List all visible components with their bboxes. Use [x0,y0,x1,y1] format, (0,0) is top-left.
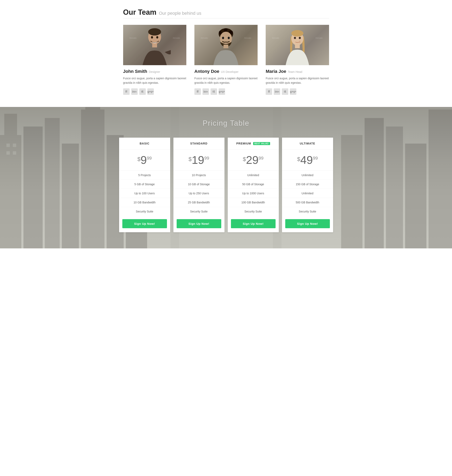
member-photo-maria: #envato #envato [266,25,329,65]
feature-ultimate-5: Security Suite [282,207,333,216]
plan-features-premium: Unlimited 50 GB of Storage Up to 1000 Us… [228,171,279,216]
feature-ultimate-3: Unlimited [282,189,333,198]
team-subtitle: Our people behind us [159,11,201,16]
member-bio-maria: Fusce orci augue, porta a sapien digniss… [266,76,329,85]
price-main-premium: $ 29 99 [243,154,263,166]
svg-rect-28 [62,143,79,248]
price-number-premium: 29 [246,154,258,166]
member-bio-john: Fusce orci augue, porta a sapien digniss… [123,76,186,85]
team-member-maria: #envato #envato Maria Joe Team Head Fusc… [266,25,329,95]
svg-rect-29 [81,109,104,248]
team-title: Our Team [123,8,156,17]
svg-rect-30 [85,107,100,114]
googleplus-icon-john[interactable]: g+ [147,88,154,95]
team-divider [123,18,329,18]
svg-rect-44 [13,151,16,155]
member-title-antony: UX Developer [221,70,239,73]
plan-header-standard: STANDARD [173,138,225,150]
price-main-basic: $ 9 99 [137,154,152,166]
member-name-row-antony: Antony Doe UX Developer [194,69,258,74]
svg-point-19 [299,37,301,39]
plan-name-standard: STANDARD [190,142,207,145]
twitter-icon-john[interactable]: t [139,88,146,95]
feature-ultimate-2: 150 GB of Storage [282,180,333,189]
dollar-sign-basic: $ [137,156,140,163]
dollar-sign-premium: $ [243,156,246,163]
pricing-card-premium: PREMIUM BEST VALUE! $ 29 99 Unlimited 50… [228,138,279,232]
member-title-john: Designer [149,70,160,73]
price-cents-basic: 99 [147,156,152,161]
team-heading: Our Team Our people behind us [123,8,329,17]
price-cents-standard: 99 [204,156,209,161]
price-main-standard: $ 19 99 [189,154,209,166]
twitter-icon-antony[interactable]: t [211,88,217,95]
price-block-basic: $ 9 99 [119,150,170,171]
dollar-sign-ultimate: $ [297,156,300,163]
svg-rect-42 [13,143,16,147]
pricing-card-ultimate: ULTIMATE $ 49 99 Unlimited 150 GB of Sto… [282,138,333,232]
dollar-sign-standard: $ [189,156,192,163]
plan-name-basic: BASIC [140,142,150,145]
signup-button-standard[interactable]: Sign Up Now! [177,219,221,228]
team-member-john: #envato #envato John Smith Designer Fusc… [123,25,186,95]
feature-basic-4: 10 GB Bandwidth [119,198,170,207]
plan-features-basic: 5 Projects 5 GB of Storage Up to 100 Use… [119,171,170,216]
feature-premium-2: 50 GB of Storage [228,180,279,189]
plan-name-ultimate: ULTIMATE [300,142,315,145]
facebook-icon-maria[interactable]: f [266,88,272,95]
googleplus-icon-maria[interactable]: g+ [290,88,296,95]
member-name-row-john: John Smith Designer [123,69,186,74]
price-number-ultimate: 49 [300,154,313,166]
feature-premium-1: Unlimited [228,171,279,180]
signup-button-ultimate[interactable]: Sign Up Now! [285,219,330,228]
price-number-standard: 19 [192,154,204,166]
feature-basic-2: 5 GB of Storage [119,180,170,189]
svg-rect-22 [295,45,300,48]
facebook-icon-antony[interactable]: f [194,88,201,95]
social-icons-maria: f in t g+ [266,88,329,95]
member-title-maria: Team Head [288,70,302,73]
pricing-section: Pricing Table BASIC $ 9 99 5 Projects 5 … [0,107,452,248]
googleplus-icon-antony[interactable]: g+ [219,88,225,95]
member-name-row-maria: Maria Joe Team Head [266,69,329,74]
svg-rect-43 [7,151,10,155]
plan-header-ultimate: ULTIMATE [282,138,333,150]
svg-rect-3 [152,43,157,47]
facebook-icon-john[interactable]: f [123,88,130,95]
svg-rect-27 [45,118,60,248]
svg-rect-24 [0,135,21,248]
plan-features-standard: 10 Projects 10 GB of Storage Up to 250 U… [173,171,225,216]
social-icons-john: f in t g+ [123,88,186,95]
svg-point-17 [291,30,303,37]
svg-point-4 [151,36,153,39]
price-block-premium: $ 29 99 [228,150,279,171]
feature-standard-2: 10 GB of Storage [173,180,225,189]
price-block-standard: $ 19 99 [173,150,225,171]
svg-point-5 [156,36,158,39]
feature-standard-4: 25 GB Bandwidth [173,198,225,207]
plan-header-premium: PREMIUM BEST VALUE! [228,138,279,150]
feature-standard-1: 10 Projects [173,171,225,180]
signup-button-premium[interactable]: Sign Up Now! [231,219,276,228]
price-number-basic: 9 [140,154,147,166]
price-cents-ultimate: 99 [313,156,318,161]
feature-standard-3: Up to 250 Users [173,189,225,198]
plan-name-premium: PREMIUM [236,142,251,145]
svg-rect-36 [405,143,426,248]
svg-point-2 [148,28,161,35]
linkedin-icon-maria[interactable]: in [274,88,280,95]
twitter-icon-maria[interactable]: t [282,88,288,95]
member-name-john: John Smith [123,69,147,74]
linkedin-icon-antony[interactable]: in [202,88,209,95]
svg-rect-34 [365,118,384,248]
pricing-card-standard: STANDARD $ 19 99 10 Projects 10 GB of St… [173,138,225,232]
feature-premium-5: Security Suite [228,207,279,216]
best-value-badge: BEST VALUE! [253,142,270,145]
feature-ultimate-1: Unlimited [282,171,333,180]
feature-premium-4: 100 GB Bandwidth [228,198,279,207]
feature-standard-5: Security Suite [173,207,225,216]
svg-rect-35 [386,126,403,248]
team-member-antony: #envato #envato Antony Doe UX Developer … [194,25,258,95]
signup-button-basic[interactable]: Sign Up Now! [122,219,167,228]
linkedin-icon-john[interactable]: in [131,88,138,95]
